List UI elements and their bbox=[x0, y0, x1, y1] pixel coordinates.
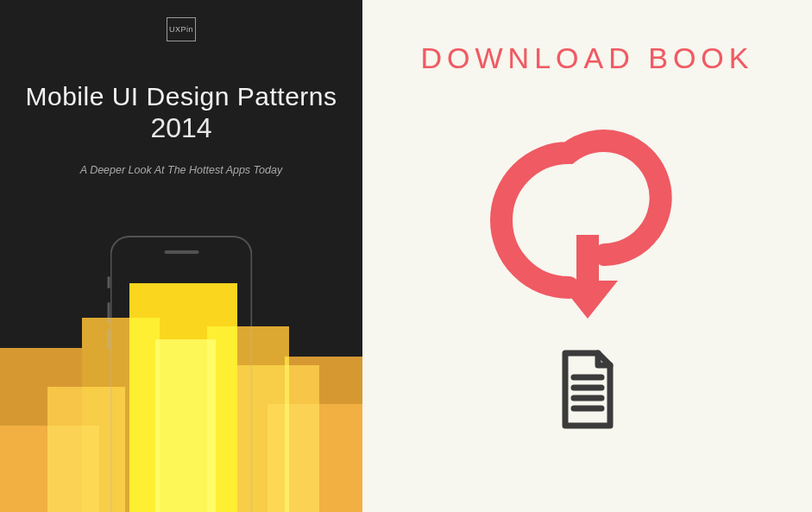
cover-year: 2014 bbox=[0, 112, 362, 144]
download-heading: DOWNLOAD BOOK bbox=[421, 41, 754, 75]
cloud-download-button[interactable] bbox=[475, 92, 700, 329]
brand-logo: UXPin bbox=[167, 17, 196, 41]
document-icon bbox=[557, 350, 619, 429]
download-panel: DOWNLOAD BOOK bbox=[362, 0, 812, 512]
svg-rect-0 bbox=[576, 235, 599, 287]
document-download-button[interactable] bbox=[557, 350, 619, 433]
brand-label: UXPin bbox=[169, 25, 193, 34]
cover-title: Mobile UI Design Patterns bbox=[0, 82, 362, 111]
cover-subtitle: A Deeper Look At The Hottest Apps Today bbox=[0, 164, 362, 176]
phone-outline-icon bbox=[110, 236, 253, 512]
book-cover: UXPin Mobile UI Design Patterns 2014 A D… bbox=[0, 0, 362, 512]
cloud-download-icon bbox=[475, 92, 700, 326]
